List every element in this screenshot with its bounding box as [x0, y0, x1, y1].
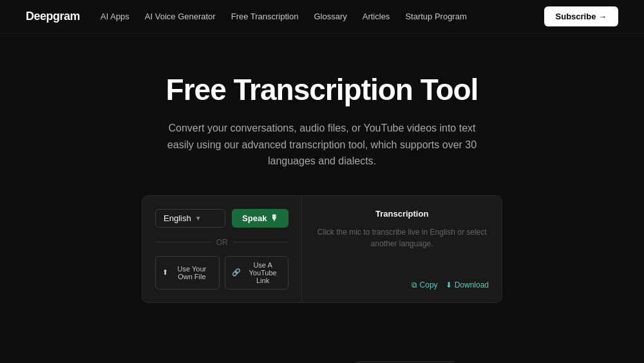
divider-line-right	[233, 242, 289, 242]
navbar: Deepgram AI Apps AI Voice Generator Free…	[0, 0, 644, 34]
hero-section: Free Transcription Tool Convert your con…	[0, 34, 644, 329]
divider-line-left	[155, 242, 211, 242]
hero-title: Free Transcription Tool	[26, 72, 618, 107]
speak-button[interactable]: Speak 🎙	[232, 209, 289, 228]
nav-link-free-transcription[interactable]: Free Transcription	[231, 12, 299, 21]
tool-left-panel: English ▼ Speak 🎙 OR ⬆ Use Your Own File	[142, 195, 301, 303]
content-section: Best Free AI Speech to Text Looking for …	[0, 329, 644, 363]
transcription-panel: Transcription Click the mic to transcrib…	[301, 195, 502, 303]
tool-controls: English ▼ Speak 🎙	[155, 209, 289, 228]
download-label: Download	[455, 280, 489, 289]
navbar-left: Deepgram AI Apps AI Voice Generator Free…	[26, 10, 467, 23]
nav-links: AI Apps AI Voice Generator Free Transcri…	[100, 12, 467, 21]
nav-link-startup[interactable]: Startup Program	[405, 12, 466, 21]
or-divider: OR	[155, 238, 289, 247]
download-icon: ⬇	[446, 280, 452, 289]
or-label: OR	[216, 238, 228, 247]
use-own-file-button[interactable]: ⬆ Use Your Own File	[155, 256, 220, 289]
link-icon: 🔗	[232, 268, 241, 277]
nav-link-articles[interactable]: Articles	[363, 12, 390, 21]
use-youtube-link-button[interactable]: 🔗 Use A YouTube Link	[225, 256, 289, 289]
tool-container: English ▼ Speak 🎙 OR ⬆ Use Your Own File	[142, 195, 502, 303]
transcription-title: Transcription	[315, 209, 489, 219]
use-youtube-label: Use A YouTube Link	[244, 261, 282, 284]
hero-subtitle: Convert your conversations, audio files,…	[161, 120, 483, 170]
file-icon: ⬆	[162, 268, 168, 277]
transcription-hint: Click the mic to transcribe live in Engl…	[315, 226, 489, 270]
speak-label: Speak	[242, 213, 267, 223]
nav-link-ai-voice[interactable]: AI Voice Generator	[145, 12, 216, 21]
use-own-file-label: Use Your Own File	[171, 265, 213, 280]
language-select[interactable]: English ▼	[155, 209, 225, 228]
transcription-actions: ⧉ Copy ⬇ Download	[315, 280, 489, 289]
logo: Deepgram	[26, 10, 80, 23]
file-buttons: ⬆ Use Your Own File 🔗 Use A YouTube Link	[155, 256, 289, 289]
copy-label: Copy	[420, 280, 438, 289]
copy-icon: ⧉	[412, 280, 417, 289]
language-label: English	[164, 213, 191, 223]
download-button[interactable]: ⬇ Download	[446, 280, 489, 289]
mic-icon: 🎙	[270, 213, 278, 222]
subscribe-button[interactable]: Subscribe →	[544, 6, 618, 26]
nav-link-glossary[interactable]: Glossary	[314, 12, 346, 21]
copy-button[interactable]: ⧉ Copy	[412, 280, 438, 289]
chevron-down-icon: ▼	[195, 215, 202, 222]
nav-link-ai-apps[interactable]: AI Apps	[100, 12, 129, 21]
